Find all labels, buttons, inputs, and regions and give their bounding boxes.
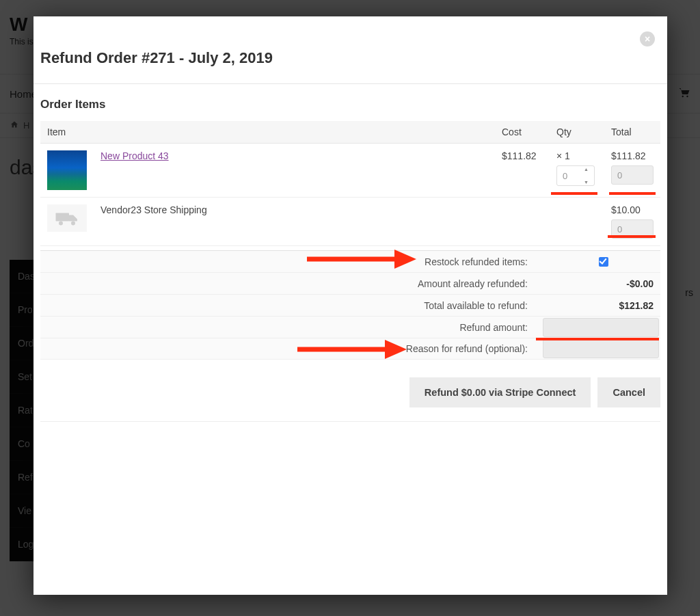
refund-submit-button[interactable]: Refund $0.00 via Stripe Connect bbox=[409, 377, 591, 407]
row-qty: × 1 bbox=[556, 150, 597, 161]
annotation-underline bbox=[551, 192, 597, 195]
row-total: $111.82 bbox=[611, 150, 654, 161]
available-refund-value: $121.82 bbox=[540, 300, 660, 311]
svg-point-3 bbox=[59, 222, 63, 226]
shipping-icon bbox=[47, 204, 87, 232]
close-icon: × bbox=[645, 34, 650, 44]
refund-reason-input[interactable] bbox=[543, 339, 659, 358]
product-link[interactable]: New Product 43 bbox=[100, 150, 169, 161]
order-items-heading: Order Items bbox=[40, 84, 660, 121]
annotation-arrow bbox=[297, 338, 407, 361]
restock-label: Restock refunded items: bbox=[40, 256, 540, 267]
table-row: Vendor23 Store Shipping $10.00 bbox=[40, 198, 660, 246]
close-button[interactable]: × bbox=[640, 31, 655, 46]
stepper-up-icon[interactable]: ▲ bbox=[584, 167, 592, 172]
order-items-table: Item Cost Qty Total New Product 43 $111.… bbox=[40, 121, 660, 246]
modal-footer: Refund $0.00 via Stripe Connect Cancel bbox=[40, 360, 660, 422]
annotation-underline bbox=[609, 192, 656, 195]
annotation-underline bbox=[536, 338, 659, 340]
col-item: Item bbox=[40, 121, 495, 144]
col-qty: Qty bbox=[550, 121, 604, 144]
annotation-underline bbox=[608, 235, 656, 238]
cancel-button[interactable]: Cancel bbox=[597, 377, 660, 407]
refund-amount-input[interactable] bbox=[543, 318, 659, 337]
table-row: New Product 43 $111.82 × 1 ▲▼ $111.82 bbox=[40, 144, 660, 198]
available-refund-label: Total available to refund: bbox=[40, 300, 540, 311]
shipping-name: Vendor23 Store Shipping bbox=[94, 198, 495, 246]
modal-title: Refund Order #271 - July 2, 2019 bbox=[40, 37, 660, 83]
row-total: $10.00 bbox=[611, 204, 654, 215]
refund-amount-label: Refund amount: bbox=[40, 322, 540, 333]
product-thumbnail bbox=[47, 150, 87, 190]
refund-modal: × Refund Order #271 - July 2, 2019 Order… bbox=[33, 16, 667, 595]
svg-point-4 bbox=[71, 222, 75, 226]
annotation-arrow bbox=[307, 247, 416, 271]
stepper-down-icon[interactable]: ▼ bbox=[584, 180, 592, 185]
col-total: Total bbox=[604, 121, 660, 144]
refund-reason-label: Reason for refund (optional): bbox=[40, 343, 540, 354]
already-refunded-label: Amount already refunded: bbox=[40, 278, 540, 289]
svg-marker-8 bbox=[385, 340, 407, 359]
svg-rect-2 bbox=[56, 213, 70, 222]
already-refunded-value: -$0.00 bbox=[540, 278, 660, 289]
col-cost: Cost bbox=[495, 121, 550, 144]
total-refund-input[interactable] bbox=[611, 165, 654, 185]
restock-checkbox[interactable] bbox=[599, 257, 608, 267]
row-cost: $111.82 bbox=[495, 144, 550, 198]
svg-marker-6 bbox=[394, 250, 416, 269]
